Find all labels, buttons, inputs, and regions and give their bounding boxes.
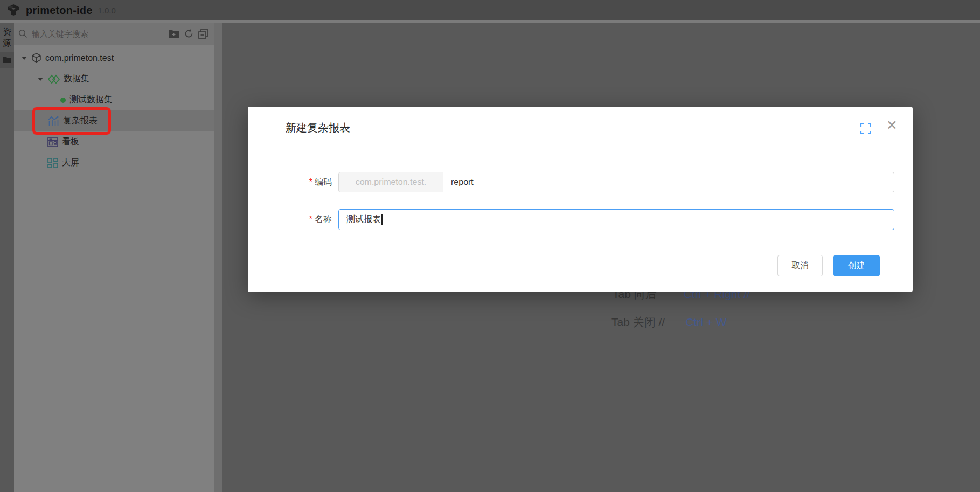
code-input-group: com.primeton.test.	[338, 172, 894, 192]
shortcut-hint-tab-close: Tab 关闭 //Ctrl + W	[611, 315, 727, 330]
report-chart-icon	[47, 116, 59, 127]
name-input[interactable]: 测试报表	[338, 209, 894, 230]
refresh-icon[interactable]	[184, 29, 194, 39]
dataset-icon	[48, 74, 60, 84]
create-button[interactable]: 创建	[833, 255, 880, 276]
tree-item-package[interactable]: com.primeton.test	[14, 47, 214, 68]
caret-down-icon[interactable]	[22, 57, 27, 60]
name-input-value: 测试报表	[346, 214, 381, 225]
code-prefix-addon: com.primeton.test.	[338, 172, 443, 192]
search-bar	[14, 23, 214, 45]
code-field-label: *编码	[248, 177, 332, 188]
shortcut-label: Tab 关闭 //	[611, 316, 665, 328]
search-icon	[18, 29, 27, 38]
green-dot	[60, 98, 66, 103]
tree-item-label[interactable]: 数据集	[64, 73, 89, 85]
bigscreen-icon	[47, 158, 58, 168]
title-bar: primeton-ide 1.0.0	[0, 0, 980, 20]
name-field-label: *名称	[248, 214, 332, 225]
tree-item-label[interactable]: 看板	[62, 136, 79, 148]
required-mark: *	[309, 214, 312, 224]
activity-rail: 资 源	[0, 23, 14, 492]
required-mark: *	[309, 177, 312, 186]
resource-tree: com.primeton.test 数据集 测试数据集	[14, 47, 214, 174]
tree-item-label[interactable]: 复杂报表	[63, 115, 98, 127]
name-field-row: *名称 测试报表	[248, 209, 894, 230]
fullscreen-icon[interactable]	[860, 123, 871, 134]
caret-down-icon[interactable]	[38, 78, 43, 81]
code-input[interactable]	[443, 172, 894, 192]
code-field-row: *编码 com.primeton.test.	[248, 172, 894, 192]
rail-resources-label[interactable]: 资 源	[0, 23, 14, 48]
app-version: 1.0.0	[98, 6, 116, 15]
collapse-all-icon[interactable]	[198, 29, 209, 39]
panel-scrollbar-gutter[interactable]	[214, 23, 222, 492]
rail-resources-tab[interactable]	[0, 52, 14, 68]
dashboard-icon	[47, 137, 58, 147]
text-cursor	[381, 214, 383, 225]
tree-item-bigscreen[interactable]: 大屏	[14, 153, 214, 174]
new-complex-report-dialog: 新建复杂报表 ✕ *编码 com.primeton.test. *名称 测试报表…	[248, 107, 913, 292]
tree-item-dataset-group[interactable]: 数据集	[14, 68, 214, 89]
tree-item-label[interactable]: com.primeton.test	[45, 53, 114, 63]
app-title: primeton-ide	[26, 4, 93, 17]
tree-item-label[interactable]: 测试数据集	[69, 94, 113, 106]
dialog-title: 新建复杂报表	[286, 121, 350, 135]
name-input-group: 测试报表	[338, 209, 894, 230]
folder-icon	[2, 56, 12, 64]
close-icon[interactable]: ✕	[886, 119, 898, 132]
package-icon	[31, 53, 41, 63]
tree-item-test-dataset[interactable]: 测试数据集	[14, 89, 214, 110]
tree-item-label[interactable]: 大屏	[62, 157, 79, 169]
explorer-panel: com.primeton.test 数据集 测试数据集	[14, 23, 214, 492]
cancel-button[interactable]: 取消	[777, 255, 823, 276]
shortcut-keys: Ctrl + W	[685, 316, 726, 328]
search-input[interactable]	[32, 29, 168, 38]
app-logo-icon	[6, 3, 20, 17]
tree-item-complex-report[interactable]: 复杂报表	[14, 110, 214, 131]
new-folder-icon[interactable]	[168, 29, 179, 38]
tree-item-kanban[interactable]: 看板	[14, 131, 214, 153]
explorer-toolbar	[168, 29, 209, 39]
